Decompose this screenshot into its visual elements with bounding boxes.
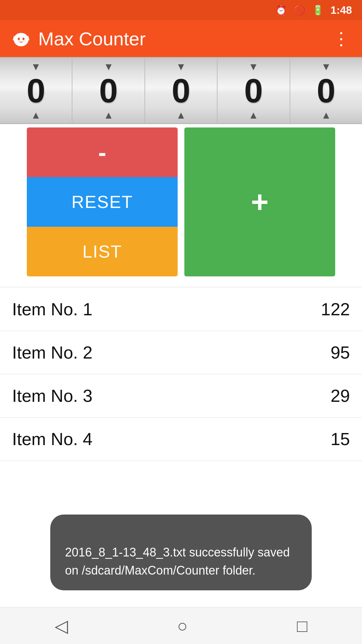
alarm-icon: ⏰ — [275, 5, 287, 16]
recents-button[interactable]: □ — [297, 616, 307, 636]
item-name-2: Item No. 2 — [12, 342, 93, 363]
minus-button[interactable]: - — [27, 127, 178, 177]
counter-digit-0: 0 — [0, 58, 72, 123]
home-button[interactable]: ○ — [177, 616, 188, 636]
cat-icon — [12, 30, 30, 48]
item-value-2: 95 — [330, 342, 350, 363]
digit-3-value: 0 — [244, 74, 263, 107]
toast-message: 2016_8_1-13_48_3.txt successfully saved … — [65, 545, 290, 577]
app-bar: Max Counter ⋮ — [0, 20, 362, 57]
digit-4-value: 0 — [317, 74, 336, 107]
app-title: Max Counter — [38, 28, 146, 50]
digit-1-value: 0 — [99, 74, 118, 107]
digit-2-value: 0 — [172, 74, 190, 107]
buttons-area: - + RESET LIST — [0, 124, 362, 286]
svg-point-3 — [18, 38, 20, 40]
items-list: Item No. 1 122 Item No. 2 95 Item No. 3 … — [0, 288, 362, 607]
list-item[interactable]: Item No. 1 122 — [0, 288, 362, 331]
back-button[interactable]: ◁ — [55, 616, 68, 636]
navigation-bar: ◁ ○ □ — [0, 607, 362, 644]
overflow-menu-icon[interactable]: ⋮ — [333, 29, 350, 49]
plus-button[interactable]: + — [184, 127, 335, 276]
item-name-3: Item No. 3 — [12, 386, 93, 406]
reset-button[interactable]: RESET — [27, 177, 178, 227]
signal-icon: 🚫 — [294, 5, 305, 16]
counter-digit-3: 0 — [218, 58, 290, 123]
toast-notification: 2016_8_1-13_48_3.txt successfully saved … — [50, 515, 312, 590]
digit-0-value: 0 — [26, 74, 45, 107]
counter-digit-2: 0 — [145, 58, 218, 123]
list-item[interactable]: Item No. 4 15 — [0, 418, 362, 461]
svg-point-4 — [22, 38, 24, 40]
item-value-1: 122 — [321, 299, 350, 319]
counter-digit-1: 0 — [72, 58, 145, 123]
list-item[interactable]: Item No. 2 95 — [0, 331, 362, 374]
battery-icon: 🔋 — [312, 5, 324, 16]
counter-display: 0 0 0 0 0 — [0, 57, 362, 124]
item-name-1: Item No. 1 — [12, 299, 93, 319]
status-bar: ⏰ 🚫 🔋 1:48 — [0, 0, 362, 20]
item-name-4: Item No. 4 — [12, 429, 93, 449]
list-item[interactable]: Item No. 3 29 — [0, 374, 362, 418]
list-button[interactable]: LIST — [27, 227, 178, 276]
status-time: 1:48 — [330, 4, 352, 16]
item-value-4: 15 — [330, 429, 350, 449]
item-value-3: 29 — [330, 386, 350, 406]
counter-digit-4: 0 — [290, 58, 362, 123]
